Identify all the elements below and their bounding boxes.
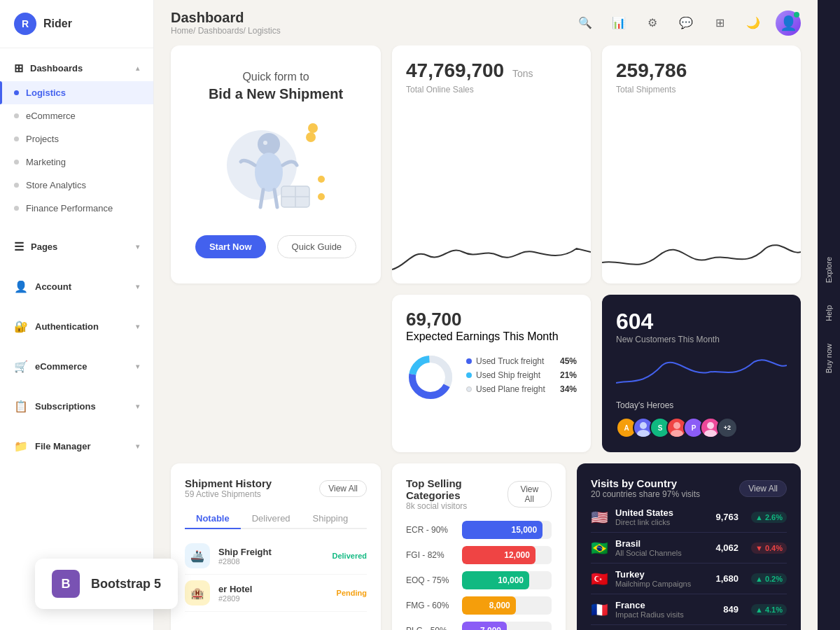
search-icon[interactable]: 🔍 <box>574 12 596 34</box>
category-row-fmg: FMG - 60% 8,000 <box>406 596 552 615</box>
country-source-france: Impact Radius visits <box>615 610 716 619</box>
visits-card: Visits by Country 20 countries share 97%… <box>577 463 801 630</box>
sidebar-group-subscriptions[interactable]: 📋 Subscriptions ▾ <box>0 393 153 419</box>
categories-view-all[interactable]: View All <box>507 481 552 507</box>
earnings-card: 69,700 Expected Earnings This Month <box>392 295 591 452</box>
sidebar-item-marketing[interactable]: Marketing <box>0 150 153 174</box>
projects-label: Projects <box>26 134 59 144</box>
sidebar-item-logistics[interactable]: Logistics <box>0 81 153 104</box>
shipment-item-1: 🚢 Ship Freight #2808 Delivered <box>185 538 367 575</box>
sidebar-group-filemanager[interactable]: 📁 File Manager ▾ <box>0 433 153 459</box>
flag-turkey: 🇹🇷 <box>591 570 608 587</box>
sidebar-item-projects[interactable]: Projects <box>0 127 153 150</box>
flag-us: 🇺🇸 <box>591 509 608 526</box>
finance-label: Finance Performance <box>26 203 113 214</box>
chevron-icon: ▾ <box>136 283 139 290</box>
quick-guide-button[interactable]: Quick Guide <box>277 235 357 258</box>
sidebar-item-ecommerce[interactable]: eCommerce <box>0 104 153 127</box>
logo-icon: R <box>14 13 36 35</box>
customers-label: New Customers This Month <box>616 335 787 344</box>
category-row-eoq: EOQ - 75% 10,000 <box>406 571 552 589</box>
visits-view-all[interactable]: View All <box>739 480 787 497</box>
country-source-us: Direct link clicks <box>615 518 708 526</box>
category-row-fgi: FGI - 82% 12,000 <box>406 546 552 564</box>
shipment-history-title: Shipment History <box>185 477 272 489</box>
shipment-id-1: #2808 <box>218 557 323 566</box>
sidebar-item-store-analytics[interactable]: Store Analytics <box>0 174 153 197</box>
svg-point-7 <box>263 141 267 145</box>
country-brasil: 🇧🇷 Brasil All Social Channels 4,062 ▼ 0.… <box>591 533 787 564</box>
svg-point-5 <box>306 132 316 142</box>
category-bars: ECR - 90% 15,000 FGI - 82% 12,000 EOQ - … <box>406 521 552 630</box>
bootstrap-text: Bootstrap 5 <box>91 577 161 592</box>
sidebar-group-dashboards[interactable]: ⊞ Dashboards ▴ <box>0 55 153 81</box>
chevron-icon: ▾ <box>136 323 139 330</box>
hotel-icon: 🏨 <box>185 580 210 606</box>
marketing-label: Marketing <box>26 157 66 167</box>
sidebar: R Rider ⊞ Dashboards ▴ Logistics eCommer… <box>0 0 154 630</box>
visits-turkey: 1,680 <box>715 573 738 584</box>
sidebar-group-auth[interactable]: 🔐 Authentication ▾ <box>0 314 153 340</box>
svg-point-15 <box>671 430 683 437</box>
grid-icon[interactable]: ⊞ <box>708 12 731 34</box>
chevron-icon: ▾ <box>136 402 139 410</box>
card-buttons: Start Now Quick Guide <box>195 235 356 258</box>
shipment-name-2: er Hotel <box>218 584 328 594</box>
svg-point-17 <box>704 430 717 437</box>
country-name-us: United States <box>615 507 708 518</box>
header: Dashboard Home/ Dashboards/ Logistics 🔍 … <box>154 0 818 46</box>
country-us: 🇺🇸 United States Direct link clicks 9,76… <box>591 502 787 533</box>
svg-point-13 <box>637 430 650 437</box>
dashboards-label: Dashboards <box>30 63 83 74</box>
svg-point-6 <box>318 176 325 183</box>
shipment-id-2: #2809 <box>218 594 328 603</box>
category-bar-eoq: 10,000 <box>462 571 529 589</box>
visits-us: 9,763 <box>715 512 738 522</box>
country-list: 🇺🇸 United States Direct link clicks 9,76… <box>591 502 787 630</box>
trend-brasil: ▼ 0.4% <box>751 542 787 554</box>
explore-label[interactable]: Explore <box>819 246 839 294</box>
visits-france: 849 <box>723 604 738 615</box>
category-row-ecr: ECR - 90% 15,000 <box>406 521 552 539</box>
bootstrap-icon: B <box>52 570 80 598</box>
total-sales-label: Total Online Sales <box>406 85 577 94</box>
theme-icon[interactable]: 🌙 <box>742 12 764 34</box>
total-shipments-label: Total Shipments <box>616 85 787 94</box>
sales-mini-chart <box>392 234 591 284</box>
total-shipments-card: 259,786 Total Shipments <box>602 46 801 284</box>
settings-icon[interactable]: ⚙ <box>641 12 664 34</box>
tab-delivered[interactable]: Delivered <box>241 509 302 528</box>
dot <box>14 113 19 118</box>
shipment-name-1: Ship Freight <box>218 547 323 557</box>
sidebar-group-ecommerce2[interactable]: 🛒 eCommerce ▾ <box>0 354 153 379</box>
country-source-brasil: All Social Channels <box>615 549 708 557</box>
category-bar-ecr: 15,000 <box>462 521 542 539</box>
buy-now-label[interactable]: Buy now <box>819 332 839 384</box>
donut-area: Used Truck freight 45% Used Ship freight… <box>406 353 577 402</box>
shipment-history-view-all[interactable]: View All <box>319 480 367 497</box>
tab-shipping[interactable]: Shipping <box>302 509 360 528</box>
visits-subtitle: 20 countries share 97% visits <box>591 489 700 499</box>
user-avatar[interactable]: 👤 <box>776 10 801 36</box>
customers-card: 604 New Customers This Month Today's Her… <box>602 295 801 452</box>
chart-icon[interactable]: 📊 <box>608 12 630 34</box>
category-label-fgi: FGI - 82% <box>406 550 455 560</box>
tab-notable[interactable]: Notable <box>185 509 241 529</box>
country-france: 🇫🇷 France Impact Radius visits 849 ▲ 4.1… <box>591 594 787 625</box>
help-label[interactable]: Help <box>819 294 839 332</box>
sidebar-item-finance[interactable]: Finance Performance <box>0 197 153 220</box>
visits-brasil: 4,062 <box>715 542 738 553</box>
sidebar-group-account[interactable]: 👤 Account ▾ <box>0 274 153 300</box>
header-right: 🔍 📊 ⚙ 💬 ⊞ 🌙 👤 <box>574 10 801 36</box>
donut-chart <box>406 353 455 402</box>
message-icon[interactable]: 💬 <box>675 12 697 34</box>
sidebar-group-pages[interactable]: ☰ Pages ▾ <box>0 234 153 260</box>
shipment-status-1: Delivered <box>332 552 367 560</box>
customers-number: 604 <box>616 309 787 335</box>
start-now-button[interactable]: Start Now <box>195 235 266 258</box>
avatars-row: A S P +2 <box>616 417 787 438</box>
subscriptions-label: Subscriptions <box>35 401 96 412</box>
chevron-icon: ▾ <box>136 363 139 370</box>
customers-mini-chart <box>616 351 787 393</box>
dashboard-grid: Quick form to Bid a New Shipment <box>154 46 818 630</box>
